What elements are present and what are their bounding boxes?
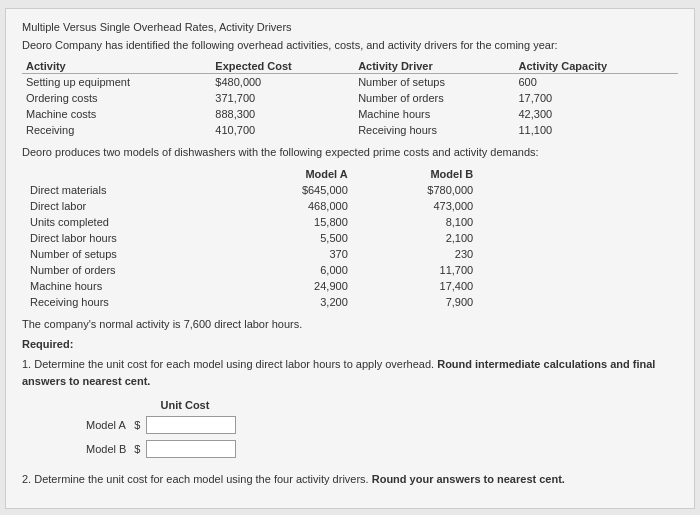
question1-text: 1. Determine the unit cost for each mode… <box>22 358 434 370</box>
model-b-row: Model B $ <box>82 437 240 461</box>
required-label: Required: <box>22 338 678 350</box>
models-row: Direct labor hours 5,500 2,100 <box>22 230 481 246</box>
overhead-activity: Machine costs <box>22 106 211 122</box>
models-row: Number of orders 6,000 11,700 <box>22 262 481 278</box>
overhead-row: Machine costs 888,300 Machine hours 42,3… <box>22 106 678 122</box>
answer1-col-unit-cost: Unit Cost <box>130 397 239 413</box>
overhead-activity: Receiving <box>22 122 211 138</box>
overhead-activity: Setting up equipment <box>22 74 211 91</box>
models-col-1: Model A <box>230 166 355 182</box>
question2: 2. Determine the unit cost for each mode… <box>22 471 678 488</box>
models-row: Direct labor 468,000 473,000 <box>22 198 481 214</box>
models-row: Units completed 15,800 8,100 <box>22 214 481 230</box>
overhead-row: Receiving 410,700 Receiving hours 11,100 <box>22 122 678 138</box>
models-label: Machine hours <box>22 278 230 294</box>
col-activity: Activity <box>22 59 211 74</box>
models-col-2: Model B <box>356 166 481 182</box>
model-a-label: Model A <box>82 413 130 437</box>
col-activity-capacity: Activity Capacity <box>515 59 679 74</box>
models-row: Direct materials $645,000 $780,000 <box>22 182 481 198</box>
models-a-value: 468,000 <box>230 198 355 214</box>
models-b-value: $780,000 <box>356 182 481 198</box>
question2-bold: Round your answers to nearest cent. <box>372 473 565 485</box>
main-page: Multiple Versus Single Overhead Rates, A… <box>5 8 695 509</box>
question2-text: 2. Determine the unit cost for each mode… <box>22 473 369 485</box>
model-a-input-cell: $ <box>130 413 239 437</box>
models-a-value: 3,200 <box>230 294 355 310</box>
models-a-value: 24,900 <box>230 278 355 294</box>
models-row: Receiving hours 3,200 7,900 <box>22 294 481 310</box>
answer1-col-blank <box>82 397 130 413</box>
models-a-value: $645,000 <box>230 182 355 198</box>
model-a-dollar: $ <box>134 419 142 431</box>
overhead-table: Activity Expected Cost Activity Driver A… <box>22 59 678 138</box>
models-row: Number of setups 370 230 <box>22 246 481 262</box>
overhead-activity: Ordering costs <box>22 90 211 106</box>
models-label: Number of orders <box>22 262 230 278</box>
models-a-value: 5,500 <box>230 230 355 246</box>
models-a-value: 6,000 <box>230 262 355 278</box>
models-b-value: 7,900 <box>356 294 481 310</box>
answer1-table: Unit Cost Model A $ Model B $ <box>82 397 240 461</box>
model-a-row: Model A $ <box>82 413 240 437</box>
overhead-cost: 410,700 <box>211 122 354 138</box>
overhead-driver: Number of orders <box>354 90 514 106</box>
model-b-input[interactable] <box>146 440 236 458</box>
overhead-cost: $480,000 <box>211 74 354 91</box>
question1: 1. Determine the unit cost for each mode… <box>22 356 678 389</box>
overhead-row: Setting up equipment $480,000 Number of … <box>22 74 678 91</box>
overhead-capacity: 17,700 <box>515 90 679 106</box>
models-table: Model AModel B Direct materials $645,000… <box>22 166 481 310</box>
models-b-value: 230 <box>356 246 481 262</box>
page-title: Multiple Versus Single Overhead Rates, A… <box>22 21 678 33</box>
models-b-value: 17,400 <box>356 278 481 294</box>
intro-text: Deoro Company has identified the followi… <box>22 39 678 51</box>
models-label: Direct materials <box>22 182 230 198</box>
models-b-value: 2,100 <box>356 230 481 246</box>
col-activity-driver: Activity Driver <box>354 59 514 74</box>
overhead-cost: 888,300 <box>211 106 354 122</box>
col-expected-cost: Expected Cost <box>211 59 354 74</box>
overhead-capacity: 42,300 <box>515 106 679 122</box>
overhead-capacity: 600 <box>515 74 679 91</box>
models-a-value: 370 <box>230 246 355 262</box>
overhead-driver: Receiving hours <box>354 122 514 138</box>
models-b-value: 8,100 <box>356 214 481 230</box>
overhead-row: Ordering costs 371,700 Number of orders … <box>22 90 678 106</box>
models-label: Direct labor <box>22 198 230 214</box>
model-b-input-cell: $ <box>130 437 239 461</box>
model-b-dollar: $ <box>134 443 142 455</box>
models-label: Direct labor hours <box>22 230 230 246</box>
overhead-cost: 371,700 <box>211 90 354 106</box>
models-row: Machine hours 24,900 17,400 <box>22 278 481 294</box>
overhead-driver: Number of setups <box>354 74 514 91</box>
models-col-0 <box>22 166 230 182</box>
models-b-value: 473,000 <box>356 198 481 214</box>
models-label: Number of setups <box>22 246 230 262</box>
overhead-capacity: 11,100 <box>515 122 679 138</box>
model-a-input[interactable] <box>146 416 236 434</box>
models-b-value: 11,700 <box>356 262 481 278</box>
models-intro: Deoro produces two models of dishwashers… <box>22 146 678 158</box>
models-label: Receiving hours <box>22 294 230 310</box>
model-b-label: Model B <box>82 437 130 461</box>
overhead-driver: Machine hours <box>354 106 514 122</box>
models-a-value: 15,800 <box>230 214 355 230</box>
normal-activity-text: The company's normal activity is 7,600 d… <box>22 318 678 330</box>
models-label: Units completed <box>22 214 230 230</box>
